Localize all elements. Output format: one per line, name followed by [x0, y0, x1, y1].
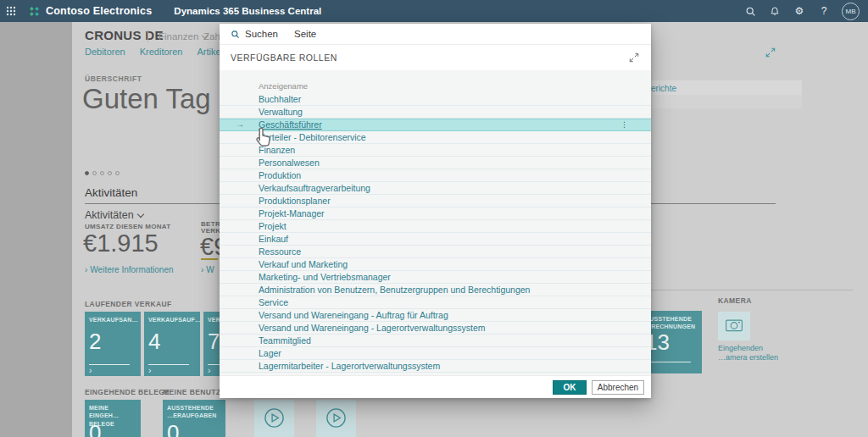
expand-dialog-icon[interactable] — [629, 53, 639, 63]
cue-tile[interactable]: VERKAUFSAN… 2 › — [85, 312, 141, 376]
role-name-link[interactable]: Ressource — [259, 246, 301, 257]
nav-menu-finanzen[interactable]: Finanzen — [159, 31, 208, 41]
carousel-dot[interactable] — [92, 171, 97, 175]
role-row[interactable]: → Marketing- und Vertriebsmanager ⋮ — [220, 271, 651, 284]
role-row[interactable]: → Teammitglied ⋮ — [220, 335, 651, 347]
ok-button[interactable]: OK — [553, 380, 587, 395]
role-row[interactable]: → Ressource ⋮ — [220, 246, 651, 258]
cue-tile[interactable]: VERKAUFSAUF… 4 › — [144, 312, 200, 376]
page-eyebrow: ÜBERSCHRIFT — [85, 75, 142, 83]
cancel-button[interactable]: Abbrechen — [592, 380, 644, 395]
role-row[interactable]: → Versand und Wareneingang - Lagerortver… — [220, 322, 651, 335]
section-title-laufender-verkauf: LAUFENDER VERKAUF — [85, 300, 172, 308]
role-name-link[interactable]: Administration von Benutzern, Benutzergr… — [259, 285, 530, 295]
incoming-documents-tile[interactable]: MEINE EINGEH…BELEGE 0 — [85, 400, 141, 437]
expand-arrows-icon[interactable] — [765, 46, 776, 61]
subnav-link[interactable]: Kreditoren — [140, 47, 183, 57]
dialog-search-menu[interactable]: Suchen — [231, 29, 278, 39]
role-name-link[interactable]: Personalwesen — [259, 158, 320, 168]
carousel-dot[interactable] — [115, 171, 120, 175]
role-name-link[interactable]: Einkauf — [259, 234, 288, 244]
role-name-link[interactable]: Service — [259, 297, 288, 307]
role-row[interactable]: → Verkaufsauftragverarbeitung ⋮ — [220, 182, 651, 195]
carousel-dot[interactable] — [108, 171, 112, 175]
role-name-link[interactable]: Geschäftsführer — [259, 119, 322, 130]
role-name-link[interactable]: Produktion — [259, 170, 301, 180]
chevron-right-icon: › — [201, 265, 203, 274]
role-row[interactable]: → Finanzen ⋮ — [220, 144, 651, 157]
dialog-page-menu[interactable]: Seite — [294, 29, 316, 39]
dialog-title: VERFÜGBARE ROLLEN — [220, 53, 337, 63]
role-name-link[interactable]: Buchhalter — [259, 94, 301, 104]
search-icon[interactable] — [743, 4, 757, 18]
kpi-value[interactable]: €1.915 — [83, 230, 159, 257]
role-name-link[interactable]: Verkaufsauftragverarbeitung — [259, 183, 370, 193]
role-row[interactable]: → Einkauf ⋮ — [220, 233, 651, 246]
camera-link-line1[interactable]: Eingehenden — [718, 344, 763, 352]
role-name-link[interactable]: Marketing- und Vertriebsmanager — [259, 272, 391, 282]
more-info-link[interactable]: ›Weitere Informationen — [85, 265, 174, 274]
settings-gear-icon[interactable]: ⚙ — [793, 4, 806, 18]
more-info-link-fragment[interactable]: ›W — [201, 265, 214, 274]
role-name-link[interactable]: Versand und Wareneingang - Auftrag für A… — [259, 310, 448, 320]
video-tile[interactable] — [316, 400, 356, 437]
role-row[interactable]: → Produktionsplaner ⋮ — [220, 195, 651, 207]
role-row[interactable]: → Projekt-Manager ⋮ — [220, 207, 651, 220]
pending-user-tasks-tile[interactable]: AUSSTEHENDE…ERAUFGABEN 0 — [163, 400, 225, 437]
role-name-link[interactable]: Finanzen — [259, 145, 295, 155]
role-row[interactable]: → Verkauf und Marketing ⋮ — [220, 258, 651, 271]
background-stripe — [651, 95, 802, 108]
role-row[interactable]: → Lager ⋮ — [220, 347, 651, 360]
role-row[interactable]: → Buchhalter ⋮ — [220, 93, 651, 106]
subnav-link[interactable]: Debitoren — [85, 47, 125, 57]
role-name-link[interactable]: Teammitglied — [259, 335, 311, 346]
chevron-right-icon: › — [208, 366, 210, 375]
role-row[interactable]: → Projekt ⋮ — [220, 220, 651, 233]
role-row[interactable]: → Verteiler - Debitorenservice ⋮ — [220, 131, 651, 144]
play-icon — [263, 407, 286, 429]
role-name-link[interactable]: Lager — [259, 348, 281, 358]
role-row[interactable]: → Geschäftsführer ⋮ — [220, 119, 651, 131]
card-title-aktivitaeten[interactable]: Aktivitäten — [85, 209, 143, 221]
role-row[interactable]: → Versand und Wareneingang - Auftrag für… — [220, 309, 651, 322]
role-name-link[interactable]: Projekt — [259, 221, 287, 231]
row-more-icon[interactable]: ⋮ — [620, 119, 628, 130]
role-row[interactable]: → Verwaltung ⋮ — [220, 106, 651, 119]
chevron-right-icon: › — [89, 366, 92, 375]
kpi-cue-indicator — [201, 258, 218, 260]
section-title-eingehende-belege: EINGEHENDE BELEGE — [85, 388, 170, 396]
role-row[interactable]: → Lagermitarbeiter - Lagerortverwaltungs… — [220, 360, 651, 373]
role-name-link[interactable]: Verwaltung — [259, 107, 303, 117]
role-name-link[interactable]: Verteiler - Debitorenservice — [259, 132, 366, 142]
role-row[interactable]: → Service ⋮ — [220, 296, 651, 309]
role-name-link[interactable]: Projekt-Manager — [259, 208, 325, 218]
dialog-title-row: VERFÜGBARE ROLLEN — [220, 44, 651, 70]
section-title-aktivitaeten[interactable]: Aktivitäten — [85, 186, 137, 199]
role-row[interactable]: → Personalwesen ⋮ — [220, 157, 651, 169]
camera-icon — [725, 318, 743, 335]
background-link-fragment[interactable]: erichte — [651, 84, 676, 93]
app-launcher-icon[interactable] — [0, 0, 22, 22]
carousel-dot[interactable] — [85, 171, 89, 175]
notifications-bell-icon[interactable] — [768, 4, 782, 18]
role-name-link[interactable]: Verkauf und Marketing — [259, 259, 348, 269]
carousel-dot[interactable] — [100, 171, 104, 175]
help-icon[interactable]: ? — [817, 4, 831, 18]
role-name-link[interactable]: Versand und Wareneingang - Lagerortverwa… — [259, 323, 486, 333]
company-name[interactable]: Contoso Electronics — [46, 5, 152, 17]
top-bar: Contoso Electronics Dynamics 365 Busines… — [0, 0, 868, 22]
camera-link-line2[interactable]: …amera erstellen — [718, 353, 778, 362]
column-header[interactable]: Anzeigename — [259, 81, 308, 91]
selected-row-arrow-icon: → — [236, 119, 244, 130]
product-name[interactable]: Dynamics 365 Business Central — [174, 6, 321, 16]
video-tile[interactable] — [254, 400, 294, 437]
role-name-link[interactable]: Produktionsplaner — [259, 196, 331, 206]
company-badge[interactable]: CRONUS DE — [85, 28, 164, 42]
role-row[interactable]: → Administration von Benutzern, Benutzer… — [220, 284, 651, 296]
roles-list-panel: Anzeigename → Buchhalter ⋮ → Verwaltung … — [220, 70, 651, 376]
role-name-link[interactable]: Lagermitarbeiter - Lagerortverwaltungssy… — [259, 361, 440, 371]
user-avatar[interactable]: MB — [842, 3, 860, 20]
nav-menu-cut[interactable]: Zah — [203, 31, 220, 41]
camera-tile[interactable] — [718, 312, 750, 340]
role-row[interactable]: → Produktion ⋮ — [220, 169, 651, 182]
